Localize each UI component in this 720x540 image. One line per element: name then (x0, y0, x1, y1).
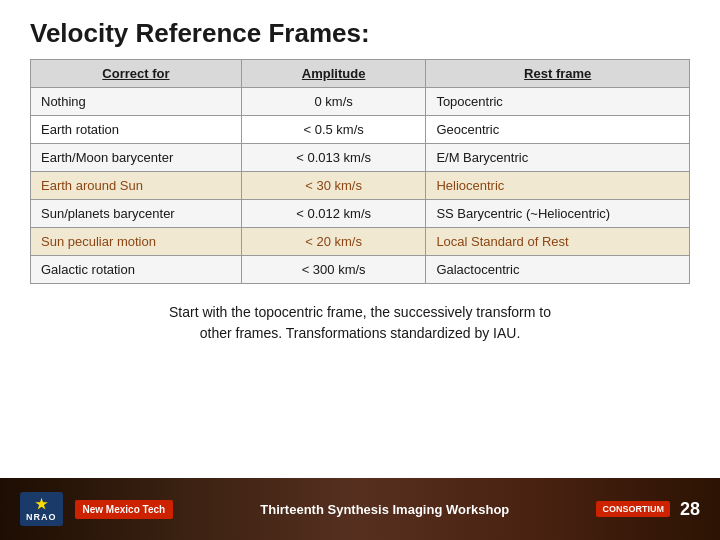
table-row: Earth around Sun< 30 km/sHeliocentric (31, 172, 690, 200)
header-rest: Rest frame (426, 60, 690, 88)
cell-rest: Local Standard of Rest (426, 228, 690, 256)
cell-amplitude: 0 km/s (241, 88, 426, 116)
cell-rest: Topocentric (426, 88, 690, 116)
cell-rest: Heliocentric (426, 172, 690, 200)
cell-correct: Earth/Moon barycenter (31, 144, 242, 172)
consortium-badge: CONSORTIUM (596, 501, 670, 517)
nmt-logo: New Mexico Tech (75, 500, 174, 519)
table-header-row: Correct for Amplitude Rest frame (31, 60, 690, 88)
cell-correct: Galactic rotation (31, 256, 242, 284)
footer-right: CONSORTIUM 28 (596, 499, 700, 520)
page-number: 28 (680, 499, 700, 520)
cell-amplitude: < 20 km/s (241, 228, 426, 256)
cell-correct: Sun/planets barycenter (31, 200, 242, 228)
cell-correct: Earth rotation (31, 116, 242, 144)
table-row: Sun/planets barycenter< 0.012 km/sSS Bar… (31, 200, 690, 228)
cell-rest: Geocentric (426, 116, 690, 144)
reference-frames-table: Correct for Amplitude Rest frame Nothing… (30, 59, 690, 284)
cell-amplitude: < 300 km/s (241, 256, 426, 284)
cell-correct: Nothing (31, 88, 242, 116)
footer-workshop-name: Thirteenth Synthesis Imaging Workshop (260, 502, 509, 517)
cell-rest: SS Barycentric (~Heliocentric) (426, 200, 690, 228)
cell-rest: Galactocentric (426, 256, 690, 284)
table-row: Galactic rotation< 300 km/sGalactocentri… (31, 256, 690, 284)
slide: Velocity Reference Frames: Correct for A… (0, 0, 720, 540)
header-correct: Correct for (31, 60, 242, 88)
cell-rest: E/M Barycentric (426, 144, 690, 172)
cell-amplitude: < 0.5 km/s (241, 116, 426, 144)
cell-amplitude: < 30 km/s (241, 172, 426, 200)
table-row: Earth/Moon barycenter< 0.013 km/sE/M Bar… (31, 144, 690, 172)
table-row: Nothing0 km/sTopocentric (31, 88, 690, 116)
footer: ★ NRAO New Mexico Tech Thirteenth Synthe… (0, 478, 720, 540)
cell-correct: Earth around Sun (31, 172, 242, 200)
nrao-logo: ★ NRAO (20, 492, 63, 526)
footer-logos: ★ NRAO New Mexico Tech (20, 492, 173, 526)
slide-title: Velocity Reference Frames: (0, 0, 720, 59)
content-area: Correct for Amplitude Rest frame Nothing… (0, 59, 720, 478)
header-amplitude: Amplitude (241, 60, 426, 88)
cell-amplitude: < 0.013 km/s (241, 144, 426, 172)
subtitle: Start with the topocentric frame, the su… (30, 302, 690, 344)
cell-amplitude: < 0.012 km/s (241, 200, 426, 228)
table-row: Earth rotation< 0.5 km/sGeocentric (31, 116, 690, 144)
table-row: Sun peculiar motion< 20 km/sLocal Standa… (31, 228, 690, 256)
cell-correct: Sun peculiar motion (31, 228, 242, 256)
nrao-star-icon: ★ (35, 496, 48, 512)
